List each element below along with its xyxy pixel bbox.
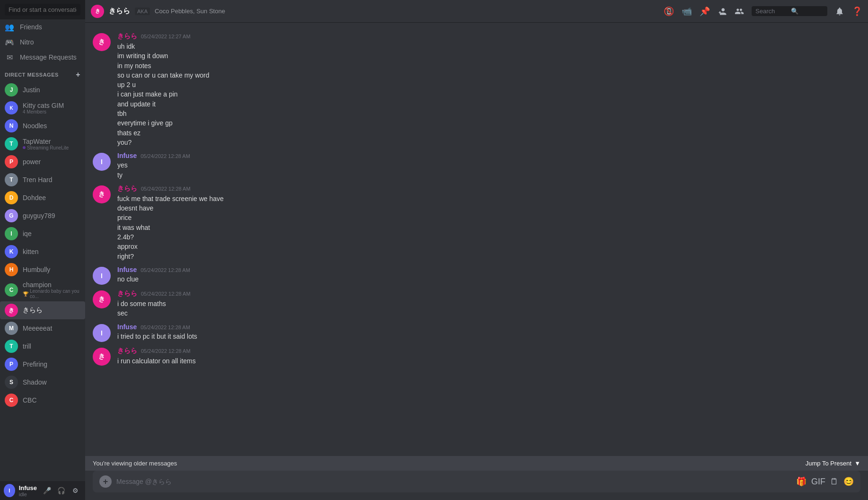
nitro-label: Nitro — [20, 38, 34, 46]
msg-line-1-6: i can just make a pin — [117, 89, 860, 99]
msg-header-4: Infuse 05/24/2022 12:28 AM — [117, 266, 860, 273]
header-icons: 📵 📹 📌 Search 🔍 ❓ — [664, 6, 862, 17]
humbully-avatar: H — [5, 263, 18, 276]
channel-aka-badge: AKA — [135, 8, 150, 15]
user-panel: I Infuse idle 🎤 🎧 ⚙ — [0, 481, 85, 500]
jump-to-present-button[interactable]: Jump To Present ▼ — [806, 460, 860, 467]
sidebar-item-tren-hard[interactable]: T Tren Hard — [0, 171, 85, 189]
msg-username-3: きらら — [117, 184, 137, 193]
msg-content-4: Infuse 05/24/2022 12:28 AM no clue — [117, 266, 860, 285]
help-icon[interactable]: ❓ — [852, 6, 862, 17]
shadow-avatar: S — [5, 376, 18, 389]
msg-line-1-1: uh idk — [117, 42, 860, 51]
sidebar-item-kirara[interactable]: き きらら — [0, 301, 85, 319]
guyguy789-name: guyguy789 — [23, 212, 80, 219]
sidebar-item-cbc[interactable]: C CBC — [0, 391, 85, 409]
add-dm-button[interactable]: + — [76, 70, 80, 79]
champion-info: champion 🏆 Leonardo baby can you co... — [23, 281, 80, 299]
emoji-icon[interactable]: 😊 — [843, 476, 854, 487]
msg-content-3: きらら 05/24/2022 12:28 AM fuck me that tra… — [117, 184, 860, 261]
sidebar-item-friends[interactable]: 👥 Friends — [0, 19, 85, 35]
main-content: き きらら AKA Coco Pebbles, Sun Stone 📵 📹 📌 … — [85, 0, 868, 500]
friends-label: Friends — [20, 23, 42, 31]
sidebar-item-shadow[interactable]: S Shadow — [0, 373, 85, 391]
message-input[interactable] — [116, 478, 791, 485]
msg-timestamp-6: 05/24/2022 12:28 AM — [140, 325, 190, 330]
older-messages-banner: You're viewing older messages Jump To Pr… — [85, 456, 868, 471]
inbox-icon[interactable] — [835, 7, 844, 16]
user-panel-actions: 🎤 🎧 ⚙ — [41, 484, 81, 497]
prefiring-name: Prefiring — [23, 360, 80, 368]
sidebar-item-dohdee[interactable]: D Dohdee — [0, 189, 85, 207]
msg-header-7: きらら 05/24/2022 12:28 AM — [117, 347, 860, 355]
gift-icon[interactable]: 🎁 — [796, 476, 807, 487]
kirara-name: きらら — [23, 306, 80, 315]
champion-status: 🏆 Leonardo baby can you co... — [23, 289, 80, 299]
sidebar-item-trill[interactable]: T trill — [0, 337, 85, 355]
pin-icon[interactable]: 📌 — [700, 6, 710, 17]
nitro-icon: 🎮 — [5, 37, 14, 47]
meeeeeat-name: Meeeeeat — [23, 325, 80, 332]
add-friend-icon[interactable] — [718, 7, 727, 16]
msg-avatar-infuse-2: I — [93, 267, 111, 285]
msg-avatar-kirara-4: き — [93, 348, 111, 366]
dohdee-avatar: D — [5, 191, 18, 204]
msg-content-2: Infuse 05/24/2022 12:28 AM yes ty — [117, 152, 860, 180]
msg-line-3-7: right? — [117, 252, 860, 261]
mute-button[interactable]: 🎤 — [41, 484, 53, 497]
noodles-name: Noodles — [23, 122, 80, 130]
tren-hard-name: Tren Hard — [23, 176, 80, 184]
sticker-icon[interactable]: 🗒 — [830, 477, 839, 487]
gif-icon[interactable]: GIF — [811, 477, 825, 487]
channel-header: き きらら AKA Coco Pebbles, Sun Stone 📵 📹 📌 … — [85, 0, 868, 23]
sidebar-item-nitro[interactable]: 🎮 Nitro — [0, 35, 85, 50]
trill-name: trill — [23, 342, 80, 350]
kitty-cats-name: Kitty cats GIM — [23, 102, 64, 109]
user-panel-avatar: I — [4, 484, 15, 497]
noodles-avatar: N — [5, 119, 18, 132]
channel-avatar: き — [91, 5, 104, 18]
msg-line-3-2: doesnt have — [117, 203, 860, 213]
search-bar[interactable]: Search 🔍 — [752, 6, 827, 16]
video-call-icon[interactable]: 📹 — [682, 6, 692, 17]
sidebar-item-champion[interactable]: C champion 🏆 Leonardo baby can you co... — [0, 279, 85, 301]
msg-line-2-2: ty — [117, 170, 860, 180]
find-conversation-input[interactable] — [5, 4, 80, 16]
sidebar-item-noodles[interactable]: N Noodles — [0, 117, 85, 135]
sidebar-item-justin[interactable]: J Justin — [0, 81, 85, 99]
jump-chevron-icon: ▼ — [854, 460, 860, 467]
settings-button[interactable]: ⚙ — [69, 484, 81, 497]
trill-avatar: T — [5, 340, 18, 353]
deafen-button[interactable]: 🎧 — [55, 484, 67, 497]
sidebar-item-humbully[interactable]: H Humbully — [0, 261, 85, 279]
sidebar-item-guyguy789[interactable]: G guyguy789 — [0, 207, 85, 225]
sidebar-item-message-requests[interactable]: ✉ Message Requests — [0, 50, 85, 65]
msg-line-6-1: i tried to pc it but it said lots — [117, 332, 860, 341]
msg-avatar-kirara-3: き — [93, 290, 111, 308]
input-actions: 🎁 GIF 🗒 😊 — [796, 476, 854, 487]
video-off-icon[interactable]: 📵 — [664, 6, 674, 17]
jump-to-present-label: Jump To Present — [806, 460, 851, 467]
sidebar-item-iqe[interactable]: I iqe — [0, 225, 85, 243]
msg-header-3: きらら 05/24/2022 12:28 AM — [117, 184, 860, 193]
msg-line-3-4: it was what — [117, 223, 860, 232]
sidebar-item-prefiring[interactable]: P Prefiring — [0, 355, 85, 373]
user-panel-info: Infuse idle — [19, 484, 37, 497]
sidebar-item-meeeeeat[interactable]: M Meeeeeat — [0, 319, 85, 337]
sidebar-item-tapwater[interactable]: T TapWater Streaming RuneLite — [0, 135, 85, 153]
msg-content-5: きらら 05/24/2022 12:28 AM i do some maths … — [117, 289, 860, 318]
msg-header-2: Infuse 05/24/2022 12:28 AM — [117, 152, 860, 159]
message-group-6: I Infuse 05/24/2022 12:28 AM i tried to … — [85, 321, 868, 344]
sidebar-item-power[interactable]: P power — [0, 153, 85, 171]
add-attachment-button[interactable]: + — [99, 475, 112, 488]
sidebar-item-kitten[interactable]: K kitten — [0, 243, 85, 261]
channel-name: きらら — [109, 7, 130, 16]
msg-line-1-11: you? — [117, 138, 860, 147]
tren-hard-avatar: T — [5, 173, 18, 186]
user-panel-status: idle — [19, 491, 37, 497]
msg-username-2: Infuse — [117, 152, 137, 159]
group-dm-icon[interactable] — [735, 7, 744, 16]
sidebar-item-kitty-cats-gim[interactable]: K Kitty cats GIM 4 Members — [0, 99, 85, 117]
msg-username-6: Infuse — [117, 323, 137, 331]
channel-aka-names: Coco Pebbles, Sun Stone — [155, 8, 225, 15]
